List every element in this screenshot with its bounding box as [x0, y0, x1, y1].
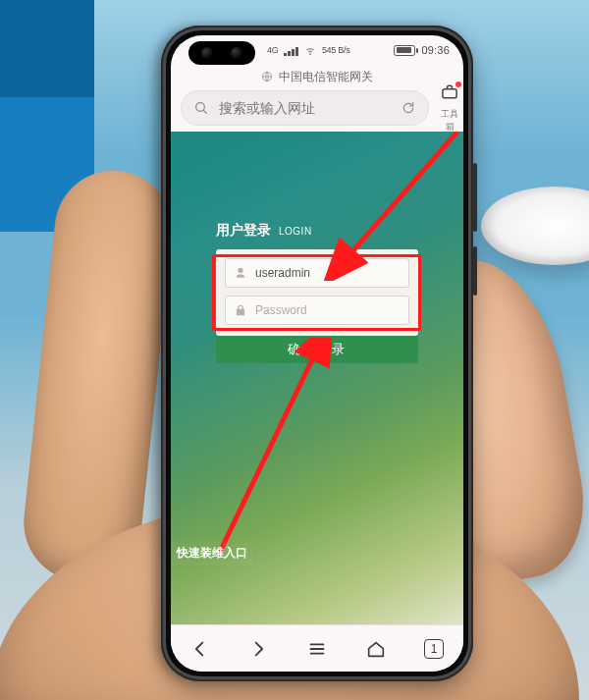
tab-count: 1	[431, 642, 438, 656]
page-title-bar: 中国电信智能网关	[171, 65, 463, 88]
phone-frame: 4G 545 B/s 09:36 中国电信智能网关	[161, 26, 473, 681]
login-button[interactable]: 确认登录	[216, 336, 418, 363]
nav-forward-button[interactable]	[247, 638, 269, 660]
user-icon	[234, 266, 247, 280]
home-icon	[365, 638, 387, 660]
annotation-arrow-bottom	[190, 338, 387, 564]
clock: 09:36	[421, 44, 450, 56]
svg-line-7	[220, 351, 316, 552]
toolbox-label: 工具箱	[439, 108, 460, 134]
phone-screen: 4G 545 B/s 09:36 中国电信智能网关	[171, 35, 463, 672]
data-rate: 545 B/s	[322, 45, 349, 55]
toolbox-button[interactable]: 工具箱	[439, 82, 460, 134]
password-field[interactable]	[225, 296, 409, 325]
search-icon	[193, 100, 209, 116]
status-bar: 4G 545 B/s 09:36	[171, 35, 463, 65]
page-title: 中国电信智能网关	[279, 69, 373, 85]
address-input[interactable]	[219, 100, 391, 116]
wifi-icon	[304, 44, 316, 56]
browser-bottom-nav: 1	[171, 624, 463, 672]
nav-back-button[interactable]	[189, 638, 211, 660]
nav-menu-button[interactable]	[306, 638, 328, 660]
login-heading: 用户登录 LOGIN	[216, 222, 418, 240]
chevron-right-icon	[247, 638, 269, 660]
notification-dot-icon	[455, 81, 461, 87]
background-dish	[481, 187, 589, 265]
web-content: 用户登录 LOGIN	[171, 132, 463, 624]
power-button	[473, 246, 477, 296]
svg-line-2	[203, 110, 206, 113]
login-heading-en: LOGIN	[279, 226, 312, 237]
quick-maintenance-link[interactable]: 快速装维入口	[171, 541, 253, 565]
password-input[interactable]	[255, 303, 402, 317]
refresh-icon[interactable]	[401, 100, 416, 116]
background-block	[0, 0, 94, 232]
volume-button	[473, 163, 477, 232]
nav-tabs-button[interactable]: 1	[423, 638, 445, 660]
globe-icon	[261, 71, 273, 82]
battery-icon	[394, 45, 415, 56]
nav-home-button[interactable]	[365, 638, 387, 660]
login-button-label: 确认登录	[288, 341, 347, 358]
lock-icon	[234, 303, 247, 317]
signal-bars-icon	[284, 45, 298, 56]
chevron-left-icon	[189, 638, 211, 660]
network-gen: 4G	[267, 45, 278, 55]
login-heading-cn: 用户登录	[216, 222, 271, 240]
quick-maintenance-label: 快速装维入口	[177, 546, 247, 560]
address-bar[interactable]	[181, 90, 429, 126]
username-field[interactable]	[225, 258, 409, 288]
menu-icon	[306, 638, 328, 660]
username-input[interactable]	[255, 266, 402, 280]
svg-rect-3	[443, 89, 456, 98]
tabs-icon: 1	[424, 639, 444, 659]
